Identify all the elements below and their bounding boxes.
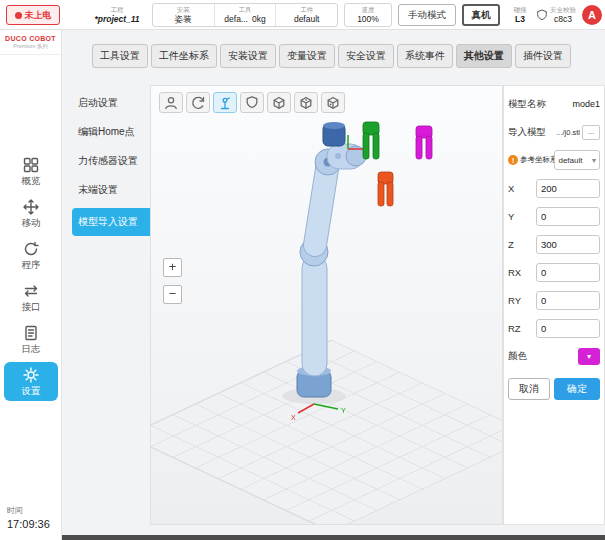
- sidebar-item-label: 程序: [22, 259, 41, 272]
- workpiece-selector[interactable]: 工件 default: [276, 4, 337, 26]
- rz-input[interactable]: [536, 319, 600, 338]
- sidebar-item-settings[interactable]: 设置: [4, 362, 58, 401]
- logo: DUCO COBOT Premium 系列: [0, 30, 61, 55]
- tab-variable-settings[interactable]: 变量设置: [279, 44, 335, 68]
- project-value: *project_11: [94, 14, 139, 25]
- speed-value: 100%: [357, 14, 379, 25]
- time-label: 时间: [7, 505, 50, 516]
- safety-checksum[interactable]: 安全校验 c8c3: [536, 3, 576, 27]
- manual-mode-button[interactable]: 手动模式: [398, 4, 456, 26]
- x-input[interactable]: [536, 179, 600, 198]
- settings-tabbar: 工具设置 工件坐标系 安装设置 变量设置 安全设置 系统事件 其他设置 插件设置: [92, 44, 571, 68]
- power-dot-icon: [15, 12, 22, 19]
- floor-grid: [150, 340, 503, 525]
- coord-row-rx: RX: [508, 262, 600, 282]
- rz-label: RZ: [508, 323, 521, 334]
- tab-system-events[interactable]: 系统事件: [397, 44, 453, 68]
- model-name-row: 模型名称 mode1: [508, 94, 600, 114]
- viewport-tool-show-base-cube[interactable]: [267, 92, 291, 113]
- project-label: 工程: [111, 6, 124, 14]
- tab-other-settings[interactable]: 其他设置: [456, 44, 512, 68]
- tab-tool-settings[interactable]: 工具设置: [92, 44, 148, 68]
- y-label: Y: [508, 211, 514, 222]
- viewport-tool-robot-pose[interactable]: [213, 92, 237, 113]
- tab-install-settings[interactable]: 安装设置: [220, 44, 276, 68]
- sidebar-item-overview[interactable]: 概览: [4, 152, 58, 191]
- z-label: Z: [508, 239, 514, 250]
- rx-label: RX: [508, 267, 521, 278]
- imported-model-orange: [378, 172, 393, 206]
- sidebar-item-interface[interactable]: 接口: [4, 278, 58, 317]
- viewport-tool-show-model-cube[interactable]: [321, 92, 345, 113]
- model-name-label: 模型名称: [508, 98, 546, 111]
- program-loop-icon: [22, 240, 40, 258]
- coord-row-z: Z: [508, 234, 600, 254]
- warning-icon: !: [508, 155, 518, 165]
- zoom-out-button[interactable]: −: [163, 285, 182, 304]
- user-avatar[interactable]: A: [582, 5, 602, 25]
- install-selector[interactable]: 安装 姿装: [153, 4, 215, 26]
- safety-shield-icon: [244, 95, 260, 111]
- project-selector[interactable]: 工程 *project_11: [86, 3, 148, 27]
- speed-selector[interactable]: 速度 100%: [344, 3, 392, 27]
- viewport-tool-user-view[interactable]: [159, 92, 183, 113]
- chevron-down-icon: ▾: [592, 156, 596, 165]
- robot-top-cap: [323, 122, 345, 146]
- speed-label: 速度: [362, 6, 375, 14]
- tab-workpiece-frame[interactable]: 工件坐标系: [151, 44, 217, 68]
- rx-input[interactable]: [536, 263, 600, 282]
- sidebar-item-log[interactable]: 日志: [4, 320, 58, 359]
- cube-face-icon: [325, 95, 341, 111]
- import-model-label: 导入模型: [508, 126, 546, 139]
- robot-shoulder-joint: [315, 149, 341, 175]
- power-status-label: 未上电: [25, 9, 52, 22]
- tab-plugin-settings[interactable]: 插件设置: [515, 44, 571, 68]
- color-label: 颜色: [508, 350, 527, 363]
- chevron-down-icon: ▾: [587, 352, 591, 361]
- viewport-toolbar: [159, 92, 345, 113]
- sidebar-item-label: 接口: [22, 301, 41, 314]
- ry-input[interactable]: [536, 291, 600, 310]
- cancel-button[interactable]: 取消: [508, 378, 550, 400]
- tool-weight: 0kg: [252, 14, 266, 25]
- model-name-value: mode1: [572, 99, 600, 109]
- y-input[interactable]: [536, 207, 600, 226]
- sidebar-item-move[interactable]: 移动: [4, 194, 58, 233]
- model-import-panel: 模型名称 mode1 导入模型 .../j0.stl ... ! 参考坐标系 d…: [503, 85, 605, 525]
- viewport-tool-safety-zone[interactable]: [240, 92, 264, 113]
- tool-label: 工具: [239, 6, 252, 14]
- collision-level[interactable]: 碰撞 L3: [506, 3, 534, 27]
- z-input[interactable]: [536, 235, 600, 254]
- viewport-tool-show-tool-cube[interactable]: [294, 92, 318, 113]
- color-row: 颜色 ▾: [508, 346, 600, 366]
- zoom-in-button[interactable]: +: [163, 258, 182, 277]
- reference-frame-row: ! 参考坐标系 default ▾: [508, 150, 600, 170]
- x-label: X: [508, 183, 514, 194]
- content-area: 工具设置 工件坐标系 安装设置 变量设置 安全设置 系统事件 其他设置 插件设置…: [62, 30, 605, 540]
- bottom-bar: [62, 535, 605, 540]
- reference-frame-label: 参考坐标系: [520, 155, 558, 165]
- viewport-tool-reset-view[interactable]: [186, 92, 210, 113]
- cube-dot-icon: [298, 95, 314, 111]
- power-status-button[interactable]: 未上电: [6, 5, 60, 25]
- user-view-icon: [163, 95, 179, 111]
- confirm-button[interactable]: 确定: [554, 378, 600, 400]
- real-machine-button[interactable]: 真机: [462, 4, 500, 26]
- header-bar: 未上电 工程 *project_11 安装 姿装 工具 defa... 0kg …: [0, 0, 605, 30]
- shield-icon: [536, 9, 548, 21]
- coord-row-x: X: [508, 178, 600, 198]
- tool-selector[interactable]: 工具 defa... 0kg: [215, 4, 277, 26]
- sidebar-item-program[interactable]: 程序: [4, 236, 58, 275]
- viewport-3d[interactable]: X Y: [150, 85, 503, 525]
- safety-label: 安全校验: [550, 6, 576, 14]
- panel-buttons: 取消 确定: [508, 378, 600, 400]
- reference-frame-select[interactable]: default ▾: [554, 150, 600, 170]
- color-swatch[interactable]: ▾: [578, 348, 600, 365]
- browse-file-button[interactable]: ...: [582, 125, 600, 140]
- robot-elbow-joint: [300, 238, 328, 266]
- sidebar-item-label: 设置: [22, 385, 41, 398]
- tab-safety-settings[interactable]: 安全设置: [338, 44, 394, 68]
- logo-title: DUCO COBOT: [2, 35, 59, 42]
- sidebar-nav: 概览 移动 程序 接口: [0, 152, 62, 401]
- move-arrows-icon: [22, 198, 40, 216]
